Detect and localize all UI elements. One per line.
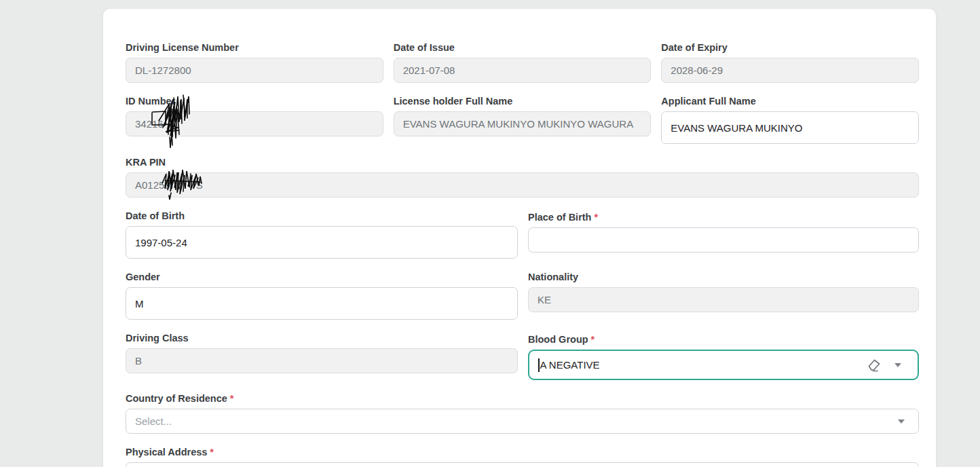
date-of-expiry-label: Date of Expiry [661, 43, 919, 53]
field-driving-license-number: Driving License Number [126, 43, 383, 83]
field-date-of-issue: Date of Issue [394, 43, 652, 83]
field-physical-address: Physical Address* [126, 447, 919, 467]
field-gender: Gender [126, 272, 518, 320]
field-kra-pin: KRA PIN A01250 S [126, 157, 919, 198]
kra-pin-visible-prefix: A01250 [135, 179, 170, 191]
row-license-dates: Driving License Number Date of Issue Dat… [126, 43, 919, 83]
nationality-input[interactable] [528, 287, 919, 312]
field-id-number: ID Number [126, 96, 383, 136]
row-class-blood: Driving Class Blood Group* A NEGATIVE [126, 333, 919, 380]
gender-label: Gender [126, 272, 518, 282]
driving-license-number-input[interactable] [126, 58, 383, 83]
place-of-birth-input[interactable] [528, 227, 919, 253]
driving-license-number-label: Driving License Number [126, 43, 383, 53]
place-of-birth-label: Place of Birth* [528, 212, 919, 223]
field-blood-group: Blood Group* A NEGATIVE [528, 333, 919, 380]
field-nationality: Nationality [528, 272, 919, 312]
date-of-birth-input[interactable] [126, 226, 518, 259]
country-of-residence-select[interactable]: Select... [126, 409, 919, 434]
date-of-issue-input[interactable] [394, 58, 652, 83]
blood-group-combobox[interactable]: A NEGATIVE [528, 350, 919, 380]
field-driving-class: Driving Class [126, 333, 518, 373]
field-date-of-expiry: Date of Expiry [661, 43, 919, 83]
id-number-label: ID Number [126, 96, 383, 107]
license-holder-full-name-label: License holder Full Name [394, 96, 652, 107]
row-names: ID Number [126, 96, 919, 144]
field-license-holder-full-name: License holder Full Name [394, 96, 652, 136]
form-card: Driving License Number Date of Issue Dat… [103, 9, 936, 467]
field-country-of-residence: Country of Residence* Select... [126, 394, 919, 434]
text-cursor [538, 358, 540, 372]
nationality-label: Nationality [528, 272, 919, 282]
eraser-clear-icon[interactable] [866, 357, 882, 373]
driving-class-input[interactable] [126, 348, 518, 373]
kra-pin-visible-suffix: S [196, 179, 203, 191]
field-applicant-full-name: Applicant Full Name [661, 96, 919, 144]
driving-class-label: Driving Class [126, 333, 518, 343]
field-place-of-birth: Place of Birth* [528, 211, 919, 253]
required-asterisk: * [210, 447, 214, 457]
row-birth: Date of Birth Place of Birth* [126, 211, 919, 259]
kra-pin-input[interactable]: A01250 S [126, 172, 919, 198]
applicant-full-name-input[interactable] [661, 111, 919, 144]
date-of-issue-label: Date of Issue [394, 43, 652, 53]
date-of-birth-label: Date of Birth [126, 211, 518, 221]
physical-address-label: Physical Address* [126, 447, 919, 457]
field-date-of-birth: Date of Birth [126, 211, 518, 259]
row-gender-nationality: Gender Nationality [126, 272, 919, 320]
country-of-residence-label: Country of Residence* [126, 394, 919, 404]
kra-pin-label: KRA PIN [126, 157, 919, 168]
blood-group-label: Blood Group* [528, 335, 919, 345]
chevron-down-icon[interactable] [898, 419, 905, 424]
required-asterisk: * [591, 334, 595, 345]
required-asterisk: * [230, 393, 234, 404]
id-number-input[interactable] [126, 111, 383, 136]
date-of-expiry-input[interactable] [661, 58, 919, 83]
select-placeholder: Select... [135, 415, 172, 427]
physical-address-input[interactable] [126, 462, 919, 467]
applicant-full-name-label: Applicant Full Name [661, 96, 919, 107]
required-asterisk: * [594, 212, 598, 223]
blood-group-value: A NEGATIVE [540, 359, 600, 371]
chevron-down-icon[interactable] [894, 363, 901, 367]
license-holder-full-name-input[interactable] [394, 111, 652, 136]
gender-input[interactable] [126, 287, 518, 320]
